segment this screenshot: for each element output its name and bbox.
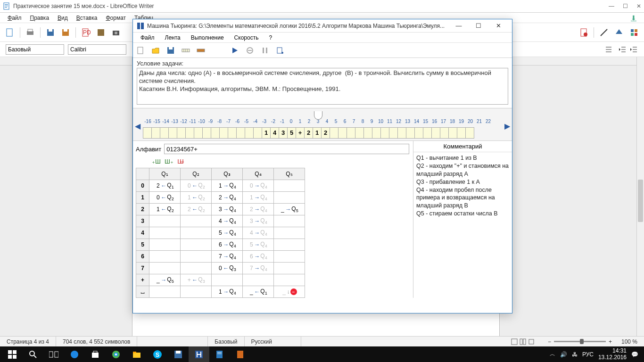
page-icon[interactable] bbox=[578, 26, 590, 39]
tape-cell[interactable]: 3 bbox=[279, 127, 288, 139]
menu-edit[interactable]: Правка bbox=[26, 14, 53, 22]
program-cell[interactable]: 1 → Q4 bbox=[243, 192, 274, 204]
taskbar-skype[interactable]: S bbox=[147, 346, 168, 362]
program-cell[interactable] bbox=[149, 251, 181, 263]
export-icon[interactable] bbox=[95, 26, 107, 39]
tape-cell[interactable] bbox=[330, 127, 339, 139]
status-style[interactable]: Базовый bbox=[208, 337, 244, 346]
stop-icon[interactable] bbox=[245, 46, 255, 55]
program-cell[interactable] bbox=[149, 286, 181, 298]
zoom-control[interactable]: − + 100 % bbox=[541, 337, 644, 346]
program-cell[interactable]: 0 ← Q3 bbox=[212, 263, 243, 274]
program-cell[interactable]: 4 → Q4 bbox=[243, 227, 274, 239]
grid-icon[interactable] bbox=[628, 26, 640, 39]
insert-col-right-icon[interactable]: Ш₊ bbox=[165, 158, 173, 165]
program-cell[interactable] bbox=[274, 227, 305, 239]
view-mode-icons[interactable] bbox=[504, 337, 541, 346]
zoom-slider[interactable] bbox=[554, 341, 606, 342]
program-cell[interactable] bbox=[274, 180, 305, 192]
menu-file[interactable]: Файл bbox=[4, 14, 25, 22]
status-page[interactable]: Страница 4 из 4 bbox=[0, 337, 56, 346]
program-cell[interactable] bbox=[149, 215, 181, 227]
tape-head[interactable] bbox=[314, 111, 322, 120]
taskbar-save[interactable] bbox=[168, 346, 189, 362]
tape-cell[interactable] bbox=[168, 127, 177, 139]
pdf-icon[interactable]: PDF bbox=[80, 26, 92, 39]
program-cell[interactable]: _ → Q5 bbox=[274, 204, 305, 215]
minimize-button[interactable]: — bbox=[609, 3, 614, 9]
program-cell[interactable] bbox=[274, 239, 305, 251]
font-combo[interactable] bbox=[68, 44, 126, 55]
tape-cell[interactable] bbox=[414, 127, 423, 139]
tape-cell[interactable]: 4 bbox=[270, 127, 279, 139]
save-icon[interactable] bbox=[44, 26, 57, 39]
tape-cell[interactable] bbox=[194, 127, 203, 139]
tape-cell[interactable] bbox=[245, 127, 254, 139]
tape-scroll-right-icon[interactable]: ▶ bbox=[504, 122, 510, 131]
row-header[interactable]: 0 bbox=[136, 180, 149, 192]
row-header[interactable]: 4 bbox=[136, 227, 149, 239]
tape-cell[interactable]: 1 bbox=[262, 127, 271, 139]
tape-cell[interactable] bbox=[380, 127, 389, 139]
tape-cell[interactable] bbox=[228, 127, 237, 139]
tape-cell[interactable] bbox=[397, 127, 406, 139]
indent-inc-icon[interactable] bbox=[630, 45, 638, 54]
program-cell[interactable] bbox=[181, 251, 212, 263]
program-cell[interactable] bbox=[243, 274, 274, 286]
tray-network-icon[interactable]: 🖧 bbox=[572, 351, 578, 358]
program-cell[interactable]: 2 → Q4 bbox=[212, 192, 243, 204]
turing-titlebar[interactable]: Машина Тьюринга: G:\Элементы математичес… bbox=[133, 19, 512, 33]
program-cell[interactable]: 0 ← Q2 bbox=[149, 192, 181, 204]
program-table[interactable]: Q₁Q₂Q₃Q₄Q₅02 ← Q10 ← Q21 → Q40 → Q410 ← … bbox=[136, 168, 305, 298]
program-cell[interactable]: + ← Q3 bbox=[181, 274, 212, 286]
run-icon[interactable] bbox=[230, 46, 239, 55]
program-cell[interactable]: 6 → Q4 bbox=[212, 239, 243, 251]
program-cell[interactable] bbox=[274, 274, 305, 286]
program-cell[interactable]: 6 → Q4 bbox=[243, 251, 274, 263]
tape-cell[interactable] bbox=[253, 127, 262, 139]
row-header[interactable]: 3 bbox=[136, 215, 149, 227]
new-doc-icon[interactable] bbox=[4, 26, 16, 39]
taskbar-writer[interactable] bbox=[209, 346, 230, 362]
program-cell[interactable] bbox=[149, 263, 181, 274]
shape-icon[interactable] bbox=[613, 26, 625, 39]
row-header[interactable]: 6 bbox=[136, 251, 149, 263]
search-icon[interactable] bbox=[23, 346, 43, 362]
program-cell[interactable]: 3 → Q4 bbox=[212, 204, 243, 215]
tape-reset-icon[interactable] bbox=[196, 46, 206, 55]
tape-scroll-left-icon[interactable]: ◀ bbox=[135, 122, 140, 131]
col-header[interactable]: Q₄ bbox=[243, 168, 274, 180]
task-view-icon[interactable] bbox=[43, 346, 64, 362]
tape-cell[interactable] bbox=[236, 127, 245, 139]
zoom-in-icon[interactable]: + bbox=[609, 338, 612, 345]
status-words[interactable]: 704 слов, 4 552 символов bbox=[56, 337, 137, 346]
alphabet-input[interactable] bbox=[164, 144, 409, 154]
tape-cell[interactable]: 5 bbox=[287, 127, 296, 139]
program-cell[interactable]: 2 ← Q1 bbox=[149, 180, 181, 192]
tape-cell[interactable] bbox=[372, 127, 381, 139]
turing-menu-tape[interactable]: Лента bbox=[160, 33, 185, 42]
camera-icon[interactable] bbox=[110, 26, 122, 39]
program-cell[interactable] bbox=[274, 263, 305, 274]
tape-cell[interactable] bbox=[406, 127, 415, 139]
col-header[interactable]: Q₂ bbox=[181, 168, 212, 180]
indent-dec-icon[interactable] bbox=[619, 45, 627, 54]
download-icon[interactable]: ⬇ bbox=[627, 13, 640, 23]
tape-cell[interactable] bbox=[219, 127, 228, 139]
program-cell[interactable]: 7 → Q4 bbox=[212, 251, 243, 263]
program-cell[interactable] bbox=[149, 239, 181, 251]
step-icon[interactable] bbox=[275, 46, 285, 55]
tray-lang[interactable]: РУС bbox=[582, 351, 594, 358]
taskbar-turing[interactable] bbox=[189, 346, 209, 362]
turing-menu-run[interactable]: Выполнение bbox=[186, 33, 229, 42]
line-icon[interactable] bbox=[598, 26, 610, 39]
tape-cell[interactable]: 2 bbox=[304, 127, 313, 139]
menu-format[interactable]: Формат bbox=[102, 14, 130, 22]
taskbar-impress[interactable] bbox=[230, 346, 251, 362]
taskbar-explorer[interactable] bbox=[126, 346, 147, 362]
program-cell[interactable] bbox=[274, 251, 305, 263]
new-icon[interactable] bbox=[136, 46, 145, 55]
tape-cell[interactable] bbox=[355, 127, 364, 139]
tape-cell[interactable] bbox=[465, 127, 474, 139]
tape-cell[interactable] bbox=[423, 127, 432, 139]
